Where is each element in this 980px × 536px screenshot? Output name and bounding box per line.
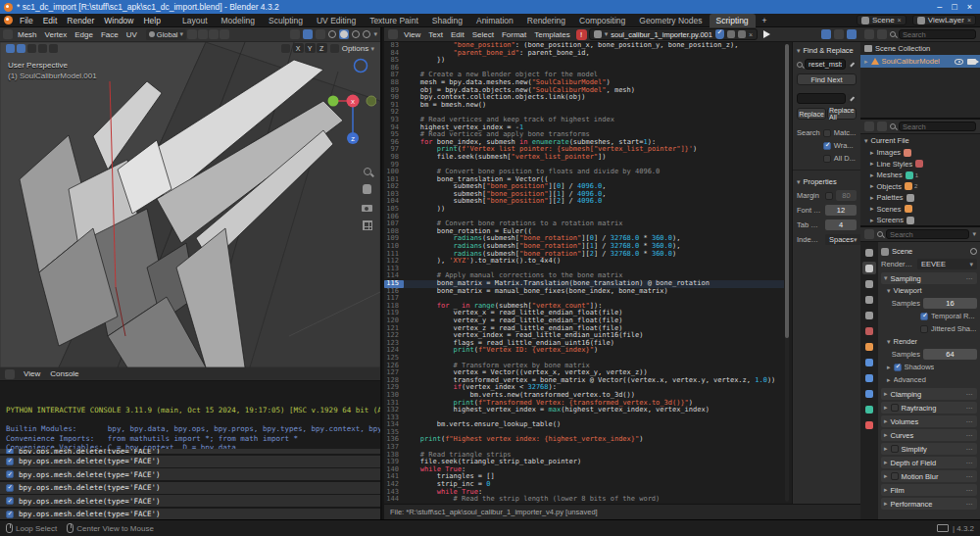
datablock-category-row[interactable]: ▸ Images (860, 147, 980, 159)
advanced-subpanel-header[interactable]: ▸Advanced (881, 373, 977, 386)
workspace-tab[interactable]: Rendering (520, 14, 572, 27)
text-menu-item[interactable]: View (400, 30, 424, 39)
zoom-icon[interactable] (364, 168, 371, 175)
close-button[interactable]: × (967, 2, 972, 12)
mirror-icon[interactable] (281, 44, 290, 53)
code-area[interactable]: 83 "bone_position": (bone_position_x, bo… (384, 42, 784, 504)
operator-checkbox[interactable] (6, 497, 14, 505)
new-text-icon[interactable] (727, 30, 735, 38)
blendfile-search-input[interactable] (899, 122, 976, 131)
replace-eyedropper-icon[interactable] (848, 94, 857, 103)
menu-item[interactable]: File (15, 16, 38, 25)
tweak-tool-icon[interactable] (6, 44, 15, 53)
operator-row-partial[interactable]: bpy.ops.mesh.delete(type='FACE') (0, 449, 380, 454)
workspace-tab[interactable]: UV Editing (310, 14, 363, 27)
collapsed-panel-header[interactable]: ▸ Simplify ⋯ (881, 443, 977, 455)
replace-button[interactable]: Replace (797, 108, 826, 120)
overlays-icon[interactable] (303, 29, 313, 39)
search-option[interactable]: Matc... (823, 128, 857, 137)
operator-checkbox[interactable] (6, 484, 14, 492)
render-engine-dropdown[interactable]: EEVEE▾ (917, 259, 977, 269)
shading-solid-icon[interactable] (339, 29, 349, 39)
select-box-tool-icon[interactable] (17, 44, 25, 53)
margin-checkbox[interactable] (825, 192, 833, 200)
collapsed-panel-header[interactable]: ▸ Performance ⋯ (881, 498, 977, 510)
minimize-button[interactable]: – (937, 2, 942, 12)
maximize-button[interactable]: □ (952, 2, 956, 12)
workspace-tab[interactable]: Shading (425, 14, 469, 27)
disable-render-icon[interactable] (967, 59, 976, 65)
text-datablock-selector[interactable]: ▾ soul_calibur_1_importer.py.001 × (589, 28, 758, 40)
viewlayer-unlink-icon[interactable]: × (967, 17, 971, 24)
blendfile-display-mode-icon[interactable] (864, 122, 874, 131)
eyedropper-icon[interactable] (848, 60, 857, 69)
outliner-display-mode-icon[interactable] (864, 29, 874, 39)
shading-wireframe-icon[interactable] (328, 30, 336, 38)
search-option[interactable]: All D... (823, 154, 857, 163)
mirror-axis-button[interactable]: Z (317, 43, 327, 53)
properties-search-input[interactable] (886, 229, 969, 239)
properties-tab[interactable] (862, 403, 876, 415)
blendfile-filter-icon[interactable] (877, 122, 887, 131)
collapsed-panel-header[interactable]: ▸ Raytracing ⋯ (881, 402, 977, 414)
scene-collection-row[interactable]: Scene Collection (860, 42, 980, 55)
properties-tab[interactable] (862, 418, 876, 431)
datablock-category-row[interactable]: ▸ Line Styles (860, 159, 980, 171)
console-menu-item[interactable]: Console (45, 369, 83, 378)
properties-editor-type-icon[interactable] (864, 229, 874, 239)
properties-tab[interactable] (862, 309, 876, 321)
options-dropdown[interactable]: Options ▾ (342, 44, 374, 53)
toggle-perspective-icon[interactable] (363, 220, 372, 230)
mirror-axis-button[interactable]: X (293, 43, 304, 53)
code-scrollbar[interactable] (785, 44, 789, 502)
properties-tab[interactable] (862, 262, 876, 274)
code-line[interactable]: 98 file.seek(submesh["vertex_list_pointe… (384, 154, 784, 162)
text-menu-item[interactable]: Edit (447, 30, 468, 39)
datablock-category-row[interactable]: ▸ Screens (860, 215, 980, 226)
menu-item[interactable]: Edit (38, 16, 63, 25)
jittered-shadows-checkbox[interactable] (920, 325, 928, 333)
viewport-menu-item[interactable]: Face (97, 30, 122, 39)
xray-toggle-icon[interactable] (316, 29, 325, 39)
operator-row[interactable]: bpy.ops.mesh.delete(type='FACE') (0, 456, 380, 467)
collapsed-panel-header[interactable]: ▸ Motion Blur ⋯ (881, 470, 977, 482)
option-checkbox[interactable] (823, 155, 831, 163)
python-console[interactable]: ViewConsole PYTHON INTERACTIVE CONSOLE 3… (0, 367, 382, 449)
workspace-tab[interactable]: Layout (175, 14, 215, 27)
collapsed-panel-header[interactable]: ▸ Clamping ⋯ (881, 388, 977, 400)
pivot-point-dropdown[interactable] (187, 29, 197, 39)
transform-orientation-dropdown[interactable]: Global ▾ (146, 29, 186, 40)
viewport-menu-item[interactable]: Edge (71, 30, 97, 39)
operator-row[interactable]: bpy.ops.mesh.delete(type='FACE') (0, 482, 380, 494)
code-line[interactable]: 112 ), 'XYZ').to_matrix().to_4x4() (384, 258, 784, 266)
viewport-menu-item[interactable]: Mesh (14, 30, 41, 39)
viewport-samples-value[interactable]: 16 (923, 298, 977, 309)
properties-tab[interactable] (862, 387, 876, 400)
text-menu-item[interactable]: Select (468, 30, 498, 39)
text-menu-item[interactable]: Templates (530, 30, 573, 39)
text-editor-type-icon[interactable] (388, 29, 398, 39)
code-line[interactable]: 105 )) (384, 206, 784, 214)
open-folder-icon[interactable] (738, 30, 746, 38)
show-gizmo-icon[interactable] (290, 29, 300, 39)
code-line[interactable]: 134 bm.verts.ensure_lookup_table() (384, 421, 784, 429)
datablock-category-row[interactable]: ▸ Meshes 1 (860, 170, 980, 181)
text-editor[interactable]: ViewTextEditSelectFormatTemplates ! ▾ so… (384, 27, 860, 519)
operator-checkbox[interactable] (6, 458, 14, 465)
viewport-menu-item[interactable]: Vertex (41, 30, 72, 39)
find-next-button[interactable]: Find Next (797, 73, 857, 85)
properties-editor[interactable]: ▾ (860, 227, 980, 519)
code-line[interactable]: 116 bone_matrix = manual_bone_fixes(bone… (384, 288, 784, 296)
sampling-panel-header[interactable]: ▾Sampling⋯ (881, 272, 977, 284)
operator-row[interactable]: bpy.ops.mesh.delete(type='FACE') (0, 468, 380, 480)
find-replace-panel-header[interactable]: ▾Find & Replace (797, 46, 857, 55)
properties-tab[interactable] (862, 371, 876, 384)
option-checkbox[interactable] (823, 142, 831, 150)
resolve-conflict-alert-button[interactable]: ! (576, 29, 587, 40)
pan-hand-icon[interactable] (363, 184, 371, 194)
current-file-row[interactable]: ▾Current File (860, 134, 980, 147)
render-subpanel-header[interactable]: ▾Render (881, 335, 977, 348)
console-editor-type-icon[interactable] (5, 369, 15, 379)
properties-tab[interactable] (862, 277, 876, 290)
collapsed-panel-header[interactable]: ▸ Film ⋯ (881, 484, 977, 496)
